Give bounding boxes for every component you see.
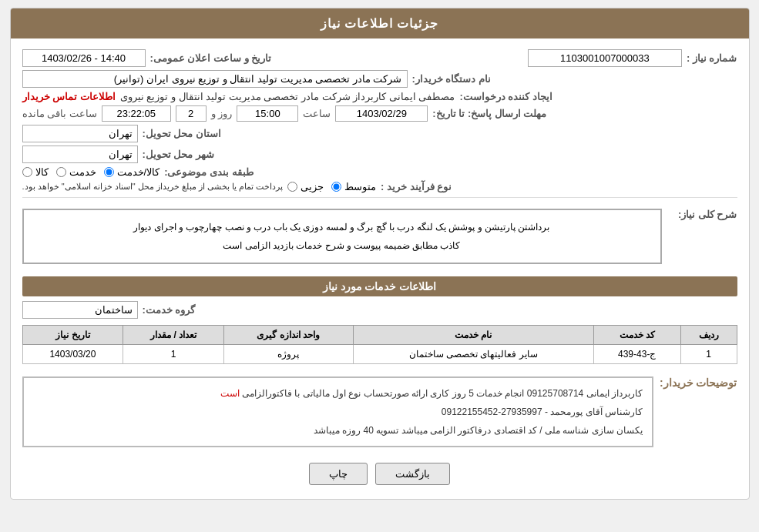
remaining-value: 23:22:05	[102, 105, 171, 122]
services-table-body: 1ج-43-439سایر فعالیتهای تخصصی ساختمانپرو…	[22, 345, 737, 364]
creator-row: ایجاد کننده درخواست: مصطفی ایمانی کاربرد…	[22, 91, 737, 102]
buyer-notes-line1: کاربرداز ایمانی 09125708714 انجام خدمات …	[33, 384, 643, 403]
buyer-notes-section: توضیحات خریدار: کاربرداز ایمانی 09125708…	[22, 370, 737, 453]
contact-link[interactable]: اطلاعات تماس خریدار	[22, 91, 116, 102]
buyer-notes-line2: کارشناس آقای پورمحمد - 27935997-09122155…	[33, 403, 643, 421]
purchase-radio-0[interactable]	[287, 182, 297, 192]
table-row: 1ج-43-439سایر فعالیتهای تخصصی ساختمانپرو…	[22, 345, 737, 364]
category-row: طبقه بندی موضوعی: کالا/خدمت خدمت کالا	[22, 166, 737, 178]
purchase-option-0: جزیی	[287, 181, 324, 192]
category-radio-1[interactable]	[56, 167, 66, 177]
service-group-row: گروه خدمت: ساختمان	[22, 301, 737, 319]
buyer-org-row: نام دستگاه خریدار: شرکت مادر تخصصی مدیری…	[22, 70, 737, 88]
category-option-1: خدمت	[56, 166, 96, 178]
page-header: جزئیات اطلاعات نیاز	[11, 8, 749, 38]
need-number-value: 1103001007000033	[528, 49, 682, 67]
response-time-label: ساعت	[303, 108, 331, 119]
date-value: 1403/02/26 - 14:40	[22, 49, 146, 67]
creator-label: ایجاد کننده درخواست:	[459, 91, 552, 102]
description-label: شرح کلی نیاز:	[668, 202, 737, 220]
col-name: نام خدمت	[353, 326, 593, 345]
services-section-title: اطلاعات خدمات مورد نیاز	[22, 276, 737, 296]
action-buttons: بازگشت چاپ	[22, 463, 737, 485]
content-area: شماره نیاز : 1103001007000033 تاریخ و سا…	[11, 38, 749, 499]
province-value: تهران	[22, 125, 138, 142]
need-number-label: شماره نیاز :	[687, 52, 737, 64]
description-line2: کاذب مطابق ضمیمه پیوست و شرح خدمات بازدی…	[35, 236, 649, 255]
category-label: طبقه بندی موضوعی:	[164, 166, 254, 178]
table-cell-date: 1403/03/20	[22, 345, 123, 364]
buyer-notes-label: توضیحات خریدار:	[660, 370, 737, 389]
purchase-radio-group: متوسط جزیی	[287, 181, 376, 192]
page-title: جزئیات اطلاعات نیاز	[321, 17, 439, 30]
need-number-row: شماره نیاز : 1103001007000033 تاریخ و سا…	[22, 49, 737, 67]
city-value: تهران	[22, 146, 138, 163]
category-option-0-label: کالا	[35, 166, 49, 178]
col-date: تاریخ نیاز	[22, 326, 123, 345]
col-code: کد خدمت	[593, 326, 680, 345]
buyer-org-value: شرکت مادر تخصصی مدیریت تولید انتقال و تو…	[22, 70, 408, 88]
table-cell-name: سایر فعالیتهای تخصصی ساختمان	[353, 345, 593, 364]
province-label: استان محل تحویل:	[143, 128, 222, 139]
main-container: جزئیات اطلاعات نیاز شماره نیاز : 1103001…	[10, 8, 750, 500]
response-day-label: روز و	[211, 108, 233, 119]
date-label: تاریخ و ساعت اعلان عمومی:	[150, 52, 272, 64]
purchase-option-1-label: متوسط	[344, 181, 376, 192]
print-button[interactable]: چاپ	[309, 463, 368, 485]
purchase-type-label: نوع فرآیند خرید :	[381, 181, 452, 192]
response-date-row: مهلت ارسال پاسخ: تا تاریخ: 1403/02/29 سا…	[22, 105, 737, 122]
service-group-label: گروه خدمت:	[143, 304, 196, 316]
creator-value: مصطفی ایمانی کاربرداز شرکت مادر تخصصی مد…	[120, 91, 455, 102]
service-group-value: ساختمان	[22, 301, 138, 319]
buyer-org-label: نام دستگاه خریدار:	[412, 73, 492, 85]
col-qty: تعداد / مقدار	[123, 326, 224, 345]
category-radio-group: کالا/خدمت خدمت کالا	[22, 166, 160, 178]
col-unit: واحد اندازه گیری	[224, 326, 353, 345]
purchase-type-row: نوع فرآیند خرید : متوسط جزیی پرداخت تمام…	[22, 181, 737, 192]
purchase-option-0-label: جزیی	[301, 181, 324, 192]
city-row: شهر محل تحویل: تهران	[22, 146, 737, 163]
table-cell-row: 1	[680, 345, 737, 364]
city-label: شهر محل تحویل:	[143, 149, 215, 160]
table-cell-code: ج-43-439	[593, 345, 680, 364]
description-section: شرح کلی نیاز: برداشتن پارتیشن و پوشش یک …	[22, 202, 737, 270]
response-day-value: 2	[176, 105, 207, 122]
buyer-notes-line3: یکسان سازی شناسه ملی / کد اقتصادی درفاکت…	[33, 421, 643, 440]
category-option-2: کالا/خدمت	[104, 166, 160, 178]
remaining-label: ساعت باقی مانده	[22, 108, 97, 119]
category-option-1-label: خدمت	[69, 166, 96, 178]
category-radio-0[interactable]	[22, 167, 32, 177]
response-date-value: 1403/02/29	[335, 105, 428, 122]
services-table: ردیف کد خدمت نام خدمت واحد اندازه گیری ت…	[22, 325, 737, 364]
table-cell-unit: پروژه	[224, 345, 353, 364]
category-option-2-label: کالا/خدمت	[117, 166, 160, 178]
services-table-header: ردیف کد خدمت نام خدمت واحد اندازه گیری ت…	[22, 326, 737, 345]
purchase-note: پرداخت تمام یا بخشی از مبلغ خریداز محل "…	[22, 182, 284, 192]
table-cell-quantity: 1	[123, 345, 224, 364]
purchase-option-1: متوسط	[331, 181, 376, 192]
back-button[interactable]: بازگشت	[375, 463, 450, 485]
response-date-label: مهلت ارسال پاسخ: تا تاریخ:	[432, 108, 546, 119]
buyer-notes-box: کاربرداز ایمانی 09125708714 انجام خدمات …	[22, 376, 653, 447]
purchase-radio-1[interactable]	[331, 182, 341, 192]
description-box: برداشتن پارتیشن و پوشش یک لنگه درب با گچ…	[22, 209, 662, 264]
response-time-value: 15:00	[237, 105, 298, 122]
category-option-0: کالا	[22, 166, 49, 178]
col-row: ردیف	[680, 326, 737, 345]
category-radio-2[interactable]	[104, 167, 114, 177]
province-row: استان محل تحویل: تهران	[22, 125, 737, 142]
description-line1: برداشتن پارتیشن و پوشش یک لنگه درب با گچ…	[35, 218, 649, 236]
